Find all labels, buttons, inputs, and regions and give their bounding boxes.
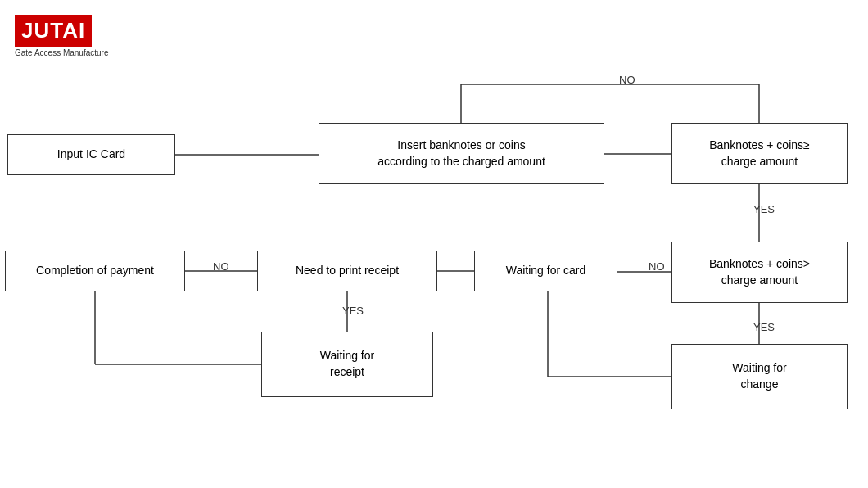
completion-payment-box: Completion of payment [5, 251, 185, 291]
waiting-change-box: Waiting for change [671, 344, 848, 409]
insert-banknotes-box: Insert banknotes or coins according to t… [319, 123, 604, 184]
input-ic-card-box: Input IC Card [7, 134, 175, 175]
banknotes-check1-box: Banknotes + coins≥ charge amount [671, 123, 848, 184]
yes-label-2: YES [753, 321, 775, 333]
waiting-receipt-box: Waiting for receipt [261, 332, 433, 397]
no-label-2: NO [649, 260, 665, 273]
need-print-receipt-box: Need to print receipt [257, 251, 437, 291]
logo: JUTAI Gate Access Manufacture [15, 15, 109, 57]
waiting-card-box: Waiting for card [474, 251, 617, 291]
yes-label-3: YES [342, 305, 364, 317]
no-label-1: NO [619, 74, 635, 86]
main-container: JUTAI Gate Access Manufacture [0, 0, 868, 488]
banknotes-check2-box: Banknotes + coins> charge amount [671, 242, 848, 303]
no-label-3: NO [213, 260, 229, 273]
logo-brand: JUTAI [15, 15, 92, 47]
logo-tagline: Gate Access Manufacture [15, 48, 109, 57]
yes-label-1: YES [753, 203, 775, 215]
